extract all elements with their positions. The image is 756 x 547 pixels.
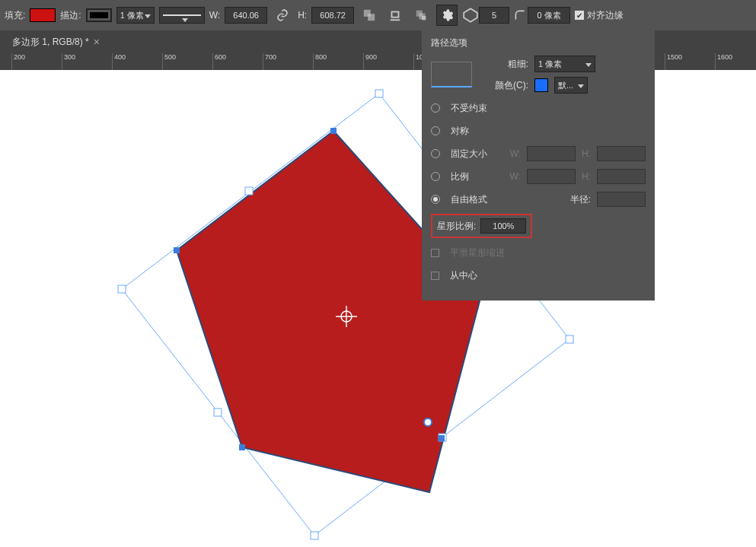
ruler-tick: 400 xyxy=(112,53,126,70)
svg-rect-19 xyxy=(174,247,180,253)
options-toolbar: 填充: 描边: 1 像素 W: H: ✔ 对齐边缘 xyxy=(0,0,756,30)
ruler-tick: 300 xyxy=(62,53,75,70)
ruler-tick: 600 xyxy=(212,53,226,70)
ruler-tick: 1600 xyxy=(715,53,732,70)
fill-color-swatch[interactable] xyxy=(30,8,56,22)
stroke-color-swatch[interactable] xyxy=(86,8,112,22)
gear-icon[interactable] xyxy=(436,5,458,26)
star-ratio-label: 星形比例: xyxy=(437,220,476,233)
thickness-select[interactable]: 1 像素 xyxy=(534,56,595,72)
ruler-tick: 1500 xyxy=(665,53,682,70)
star-ratio-group: 星形比例: xyxy=(431,214,532,238)
height-label: H: xyxy=(298,10,307,21)
path-operations-icon[interactable] xyxy=(359,5,380,26)
chevron-down-icon xyxy=(585,59,592,68)
thickness-value: 1 像素 xyxy=(538,59,562,70)
width-label: W: xyxy=(209,10,220,21)
svg-rect-6 xyxy=(422,16,426,20)
stroke-label: 描边: xyxy=(60,9,81,22)
radio-symmetric[interactable]: 对称 xyxy=(431,122,646,139)
ruler-tick: 500 xyxy=(162,53,176,70)
polygon-sides-icon xyxy=(462,7,479,24)
path-align-icon[interactable] xyxy=(384,5,406,26)
thickness-label: 粗细: xyxy=(484,58,528,71)
svg-rect-16 xyxy=(330,128,337,134)
chevron-down-icon xyxy=(182,14,201,16)
svg-rect-20 xyxy=(439,435,445,441)
prop-w-input[interactable] xyxy=(527,169,576,184)
radio-proportion[interactable]: 比例 W: H: xyxy=(431,168,646,185)
corner-radius-input[interactable] xyxy=(528,7,570,24)
ruler-tick: 200 xyxy=(11,53,25,70)
path-thumbnail[interactable] xyxy=(431,62,472,87)
from-center-checkbox[interactable]: 从中心 xyxy=(431,267,646,284)
fill-label: 填充: xyxy=(5,9,25,22)
freeform-radius-label: 半径: xyxy=(570,193,591,206)
fixed-h-label: H: xyxy=(582,148,591,159)
svg-rect-13 xyxy=(214,409,222,416)
freeform-radius-input[interactable] xyxy=(597,192,646,207)
ruler-tick: 900 xyxy=(363,53,377,70)
ruler-tick: 800 xyxy=(313,53,327,70)
align-edges-label: 对齐边缘 xyxy=(587,9,624,22)
stroke-width-select[interactable]: 1 像素 xyxy=(116,7,155,24)
svg-rect-12 xyxy=(311,532,318,539)
stroke-style-select[interactable] xyxy=(159,7,205,24)
close-icon[interactable]: × xyxy=(94,36,100,48)
document-tab[interactable]: 多边形 1, RGB/8) * × xyxy=(6,30,106,53)
svg-rect-18 xyxy=(239,444,245,450)
radio-unconstrained[interactable]: 不受约束 xyxy=(431,100,646,116)
link-wh-icon[interactable] xyxy=(272,5,293,26)
svg-rect-1 xyxy=(368,14,375,21)
prop-w-label: W: xyxy=(510,171,521,182)
path-options-panel: 路径选项 粗细: 1 像素 颜色(C): 默... 不受约束 xyxy=(422,30,655,301)
fixed-w-input[interactable] xyxy=(527,146,576,161)
ruler-tick: 700 xyxy=(263,53,276,70)
origin-anchor[interactable] xyxy=(424,418,432,426)
svg-marker-7 xyxy=(464,8,477,22)
prop-h-input[interactable] xyxy=(597,169,646,184)
color-label: 颜色(C): xyxy=(484,79,528,92)
fixed-w-label: W: xyxy=(510,148,521,159)
chevron-down-icon xyxy=(145,11,151,20)
svg-rect-15 xyxy=(245,187,253,195)
width-input[interactable] xyxy=(225,7,267,24)
stroke-width-value: 1 像素 xyxy=(120,10,144,21)
smooth-indent-checkbox: 平滑星形缩进 xyxy=(431,244,646,261)
path-arrange-icon[interactable] xyxy=(410,5,432,26)
star-ratio-input[interactable] xyxy=(480,218,526,234)
corner-radius-icon xyxy=(514,9,526,21)
fixed-h-input[interactable] xyxy=(597,146,646,161)
color-select[interactable]: 默... xyxy=(554,77,588,94)
polygon-sides-input[interactable] xyxy=(479,7,509,24)
panel-title: 路径选项 xyxy=(431,37,646,49)
svg-rect-14 xyxy=(118,285,126,293)
polygon-sides-group xyxy=(462,7,509,24)
radio-freeform[interactable]: 自由格式 半径: xyxy=(431,191,646,208)
checkmark-icon: ✔ xyxy=(575,11,584,20)
prop-h-label: H: xyxy=(582,171,591,182)
path-color-swatch[interactable] xyxy=(534,78,548,92)
color-value: 默... xyxy=(558,80,573,91)
document-tab-title: 多边形 1, RGB/8) * xyxy=(12,36,89,49)
align-edges-checkbox[interactable]: ✔ 对齐边缘 xyxy=(575,9,624,22)
svg-rect-10 xyxy=(566,336,573,343)
chevron-down-icon xyxy=(578,81,584,90)
radio-fixed-size[interactable]: 固定大小 W: H: xyxy=(431,145,646,162)
svg-rect-8 xyxy=(375,90,383,97)
height-input[interactable] xyxy=(311,7,354,24)
corner-radius-group xyxy=(514,7,570,24)
svg-rect-3 xyxy=(392,12,399,17)
